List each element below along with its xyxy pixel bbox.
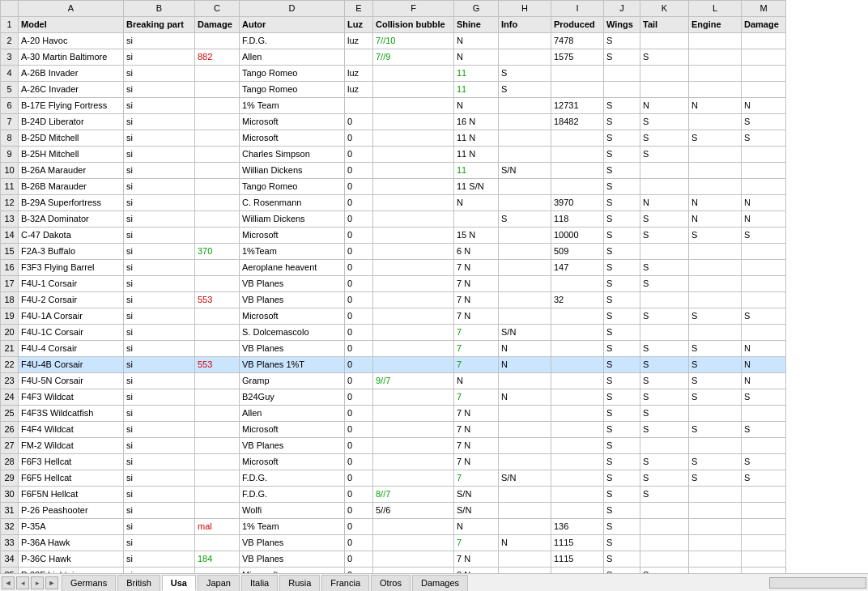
cell-j[interactable]: [604, 66, 640, 82]
table-row[interactable]: 34P-36C Hawksi184VB Planes07 N1115S: [1, 551, 786, 568]
cell-a[interactable]: P-38F Lightning: [19, 568, 124, 574]
cell-a[interactable]: F4F3S Wildcatfish: [19, 406, 124, 422]
cell-g[interactable]: 11 S/N: [454, 179, 499, 195]
cell-i[interactable]: [551, 470, 604, 487]
cell-m[interactable]: [742, 551, 786, 568]
table-row[interactable]: 7B-24D LiberatorsiMicrosoft016 N18482SSS: [1, 114, 786, 130]
cell-i[interactable]: [551, 422, 604, 438]
horizontal-scrollbar[interactable]: [769, 577, 866, 589]
cell-k[interactable]: [640, 179, 689, 195]
cell-c[interactable]: [195, 98, 240, 114]
cell-b[interactable]: si: [124, 292, 195, 308]
cell-b[interactable]: si: [124, 49, 195, 66]
cell-i[interactable]: 118: [551, 211, 604, 227]
cell-c[interactable]: [195, 66, 240, 82]
cell-l[interactable]: [689, 551, 742, 568]
table-row[interactable]: 16F3F3 Flying BarrelsiAeroplane heavent0…: [1, 260, 786, 276]
cell-b[interactable]: si: [124, 341, 195, 357]
table-row[interactable]: 5A-26C InvadersiTango Romeoluz11S: [1, 82, 786, 98]
cell-j[interactable]: S: [604, 292, 640, 308]
cell-c[interactable]: 184: [195, 551, 240, 568]
cell-g[interactable]: 7 N: [454, 438, 499, 454]
table-row[interactable]: 21F4U-4 CorsairsiVB Planes07NSSSN: [1, 341, 786, 357]
cell-a[interactable]: F4F3 Wildcat: [19, 389, 124, 406]
cell-e[interactable]: 0: [345, 454, 373, 470]
cell-l[interactable]: [689, 147, 742, 163]
col-header-h[interactable]: H: [499, 1, 551, 17]
cell-g[interactable]: S/N: [454, 503, 499, 519]
cell-h[interactable]: [499, 519, 551, 535]
cell-e[interactable]: 0: [345, 373, 373, 389]
cell-i[interactable]: [551, 308, 604, 325]
cell-g[interactable]: 7 N: [454, 551, 499, 568]
cell-i[interactable]: 147: [551, 260, 604, 276]
cell-d[interactable]: Willian Dickens: [240, 163, 345, 179]
cell-h[interactable]: [499, 308, 551, 325]
cell-c[interactable]: [195, 276, 240, 292]
cell-f[interactable]: [373, 82, 454, 98]
cell-a[interactable]: B-26B Marauder: [19, 179, 124, 195]
cell-f[interactable]: [373, 357, 454, 373]
cell-d[interactable]: VB Planes: [240, 341, 345, 357]
cell-a[interactable]: F4U-2 Corsair: [19, 292, 124, 308]
cell-b[interactable]: si: [124, 82, 195, 98]
cell-f[interactable]: [373, 535, 454, 551]
cell-j[interactable]: S: [604, 147, 640, 163]
col-header-g[interactable]: G: [454, 1, 499, 17]
cell-f[interactable]: 9//7: [373, 373, 454, 389]
cell-k[interactable]: [640, 244, 689, 260]
cell-i[interactable]: 136: [551, 519, 604, 535]
cell-f[interactable]: [373, 227, 454, 244]
cell-l[interactable]: [689, 66, 742, 82]
cell-e[interactable]: [345, 98, 373, 114]
cell-f[interactable]: [373, 163, 454, 179]
cell-b[interactable]: si: [124, 195, 195, 211]
cell-k[interactable]: S: [640, 422, 689, 438]
cell-d[interactable]: VB Planes: [240, 292, 345, 308]
cell-f[interactable]: [373, 66, 454, 82]
cell-f[interactable]: 5//6: [373, 503, 454, 519]
cell-a[interactable]: A-20 Havoc: [19, 33, 124, 49]
cell-k[interactable]: S: [640, 389, 689, 406]
cell-k[interactable]: [640, 438, 689, 454]
table-row[interactable]: 4A-26B InvadersiTango Romeoluz11S: [1, 66, 786, 82]
cell-j[interactable]: S: [604, 551, 640, 568]
cell-j[interactable]: S: [604, 227, 640, 244]
cell-b[interactable]: si: [124, 66, 195, 82]
sheet-tab-british[interactable]: British: [117, 575, 160, 591]
cell-l[interactable]: [689, 292, 742, 308]
cell-h[interactable]: S/N: [499, 470, 551, 487]
cell-f[interactable]: 7//10: [373, 33, 454, 49]
cell-i[interactable]: 509: [551, 244, 604, 260]
table-row[interactable]: 25F4F3S WildcatfishsiAllen07 NSS: [1, 406, 786, 422]
cell-d[interactable]: Allen: [240, 406, 345, 422]
cell-j[interactable]: S: [604, 98, 640, 114]
cell-m[interactable]: [742, 66, 786, 82]
cell-l[interactable]: S: [689, 470, 742, 487]
cell-k[interactable]: [640, 325, 689, 341]
cell-c[interactable]: [195, 82, 240, 98]
cell-g[interactable]: 11: [454, 82, 499, 98]
horizontal-scrollbar-area[interactable]: [769, 577, 866, 589]
cell-l[interactable]: N: [689, 98, 742, 114]
cell-l[interactable]: [689, 535, 742, 551]
cell-g[interactable]: N: [454, 98, 499, 114]
cell-l[interactable]: [689, 503, 742, 519]
cell-e[interactable]: 0: [345, 438, 373, 454]
cell-l[interactable]: [689, 487, 742, 503]
cell-k[interactable]: S: [640, 211, 689, 227]
cell-e[interactable]: 0: [345, 519, 373, 535]
cell-b[interactable]: si: [124, 357, 195, 373]
cell-e[interactable]: 0: [345, 503, 373, 519]
table-row[interactable]: 19F4U-1A CorsairsiMicrosoft07 NSSSS: [1, 308, 786, 325]
table-row[interactable]: 28F6F3 HellcatsiMicrosoft07 NSSSS: [1, 454, 786, 470]
cell-i[interactable]: [551, 325, 604, 341]
cell-i[interactable]: [551, 438, 604, 454]
cell-a[interactable]: B-32A Dominator: [19, 211, 124, 227]
cell-m[interactable]: N: [742, 341, 786, 357]
table-row[interactable]: 32P-35Asimal1% Team0N136S: [1, 519, 786, 535]
cell-d[interactable]: Microsoft: [240, 568, 345, 574]
col-header-e[interactable]: E: [345, 1, 373, 17]
cell-c[interactable]: [195, 406, 240, 422]
cell-b[interactable]: si: [124, 454, 195, 470]
